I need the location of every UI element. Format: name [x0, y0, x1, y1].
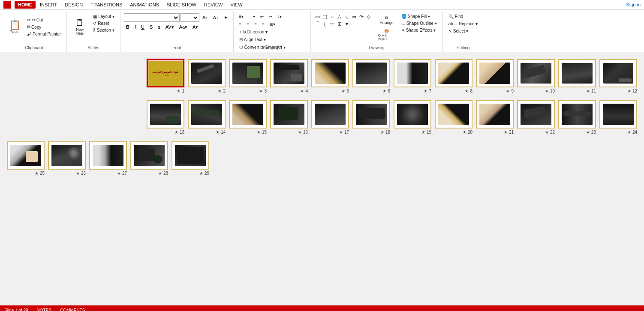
quick-styles-button[interactable]: 🎨 Quick Styles — [376, 28, 397, 42]
slide-meta: ★ 22 — [517, 130, 555, 135]
list-item[interactable]: ★ 16 — [270, 100, 308, 135]
list-item[interactable]: ★ 9 — [476, 59, 514, 93]
font-color-button[interactable]: Aa▾ — [177, 23, 190, 31]
reset-button[interactable]: ↺ Reset — [91, 20, 117, 27]
list-item[interactable]: ★ 26 — [48, 141, 86, 176]
font-highlight-button[interactable]: A▾ — [190, 23, 200, 31]
slide-meta: ★ 5 — [311, 89, 349, 93]
layout-button[interactable]: ▦ Layout ▾ — [91, 13, 117, 20]
list-item[interactable]: ★ 7 — [394, 59, 431, 93]
list-item[interactable]: ★ 21 — [476, 100, 514, 135]
numbering-button[interactable]: ≔▾ — [247, 13, 257, 20]
shape-rect[interactable]: ▭ — [314, 13, 321, 20]
list-item[interactable]: ★ 17 — [311, 100, 349, 135]
list-item[interactable]: ★ 3 — [229, 59, 267, 93]
paste-button[interactable]: 📋 Paste — [5, 13, 24, 41]
new-slide-button[interactable]: 🗒 NewSlide — [70, 13, 89, 41]
bullets-button[interactable]: ≡▾ — [237, 13, 246, 20]
slide-number: 17 — [344, 130, 349, 135]
justify-button[interactable]: ≡ — [260, 21, 267, 27]
shape-fill-button[interactable]: 🪣 Shape Fill ▾ — [399, 13, 439, 20]
list-item[interactable]: ★ 10 — [517, 59, 555, 93]
sign-in-link[interactable]: Sign in — [626, 2, 641, 7]
font-name-select[interactable] — [124, 13, 180, 22]
arrange-button[interactable]: ⧉ Arrange — [376, 13, 397, 27]
line-spacing-button[interactable]: ↕▾ — [275, 13, 284, 20]
list-item[interactable]: ★ 19 — [394, 100, 431, 135]
shape-bracket[interactable]: { — [322, 21, 328, 27]
shape-more[interactable]: ⌒ — [314, 21, 321, 27]
list-item[interactable]: عنوان الموضوع الدراسي الجلسة ★ 1 — [147, 59, 184, 93]
increase-indent-button[interactable]: ⇥ — [267, 13, 274, 20]
list-item[interactable]: ★ 2 — [188, 59, 226, 93]
shadow-button[interactable]: s — [156, 23, 163, 31]
shape-arrow-right[interactable]: ⇒ — [351, 13, 358, 20]
list-item[interactable]: ★ 20 — [435, 100, 472, 135]
shape-expand[interactable]: ⊞ — [336, 21, 343, 27]
shape-diamond[interactable]: ◇ — [365, 13, 372, 20]
shape-outline-button[interactable]: ▭ Shape Outline ▾ — [399, 20, 439, 27]
tab-transitions[interactable]: TRANSITIONS — [87, 1, 126, 9]
char-spacing-button[interactable]: AV▾ — [163, 23, 176, 31]
tab-review[interactable]: REVIEW — [201, 1, 226, 9]
slide-number: 23 — [591, 130, 596, 135]
list-item[interactable]: ★ 18 — [352, 100, 390, 135]
clear-format-button[interactable]: ✦ — [222, 13, 230, 22]
tab-insert[interactable]: INSERT — [36, 1, 60, 9]
shape-rounded-rect[interactable]: ▢ — [322, 13, 328, 20]
list-item[interactable]: ★ 22 — [517, 100, 555, 135]
replace-button[interactable]: ab→ Replace ▾ — [446, 21, 480, 27]
copy-button[interactable]: ⧉ Copy — [25, 24, 63, 30]
notes-button[interactable]: NOTES — [37, 308, 51, 311]
strikethrough-button[interactable]: S — [147, 23, 155, 31]
text-direction-button[interactable]: ↕ Ia Direction ▾ — [237, 29, 270, 35]
align-center-button[interactable]: ≡ — [244, 21, 251, 27]
list-item[interactable]: ★ 13 — [147, 100, 184, 135]
list-item[interactable]: ★ 5 — [311, 59, 349, 93]
slide-thumbnail — [352, 100, 390, 129]
list-item[interactable]: ★ 28 — [130, 141, 168, 176]
font-shrink-button[interactable]: A↓ — [211, 13, 221, 22]
shape-effects-button[interactable]: ✦ Shape Effects ▾ — [399, 27, 439, 33]
decrease-indent-button[interactable]: ⇤ — [258, 13, 266, 20]
slide-thumbnail — [130, 141, 168, 170]
list-item[interactable]: ★ 12 — [599, 59, 637, 93]
shapes-dropdown[interactable]: ▾ — [343, 21, 350, 27]
list-item[interactable]: ★ 14 — [188, 100, 226, 135]
list-item[interactable]: ★ 15 — [229, 100, 267, 135]
italic-button[interactable]: I — [132, 23, 138, 31]
font-grow-button[interactable]: A↑ — [200, 13, 210, 22]
shape-star[interactable]: ☆ — [329, 21, 336, 27]
font-size-select[interactable] — [181, 13, 199, 22]
tab-design[interactable]: DESIGN — [61, 1, 86, 9]
list-item[interactable]: ★ 11 — [558, 59, 596, 93]
comments-button[interactable]: COMMENTS — [60, 308, 85, 311]
columns-button[interactable]: ⊞▾ — [268, 21, 277, 27]
shape-triangle[interactable]: △ — [336, 13, 343, 20]
tab-view[interactable]: VIEW — [227, 1, 246, 9]
list-item[interactable]: ★ 27 — [89, 141, 127, 176]
list-item[interactable]: ★ 6 — [352, 59, 390, 93]
find-button[interactable]: 🔍 Find — [446, 13, 480, 20]
underline-button[interactable]: U — [139, 23, 147, 31]
select-button[interactable]: ↖ Select ▾ — [446, 28, 480, 34]
shape-arrow-curved[interactable]: ↷ — [358, 13, 365, 20]
tab-home[interactable]: HOME — [15, 1, 36, 9]
align-text-button[interactable]: ⊞ Align Text ▾ — [237, 36, 268, 43]
list-item[interactable]: ★ 8 — [435, 59, 472, 93]
cut-button[interactable]: ✂ ✂ Cut — [25, 17, 63, 23]
bold-button[interactable]: B — [124, 23, 132, 31]
tab-animations[interactable]: ANIMATIONS — [126, 1, 163, 9]
list-item[interactable]: ★ 24 — [599, 100, 637, 135]
section-button[interactable]: § Section ▾ — [91, 27, 117, 33]
list-item[interactable]: ★ 4 — [270, 59, 308, 93]
tab-slideshow[interactable]: SLIDE SHOW — [163, 1, 200, 9]
format-painter-button[interactable]: 🖌 Format Painter — [25, 31, 63, 37]
shape-right-triangle[interactable]: ◺ — [343, 13, 350, 20]
list-item[interactable]: ★ 25 — [7, 141, 45, 176]
shape-oval[interactable]: ○ — [329, 13, 336, 20]
list-item[interactable]: ★ 29 — [172, 141, 209, 176]
align-left-button[interactable]: ≡ — [237, 21, 244, 27]
align-right-button[interactable]: ≡ — [252, 21, 259, 27]
list-item[interactable]: ★ 23 — [558, 100, 596, 135]
